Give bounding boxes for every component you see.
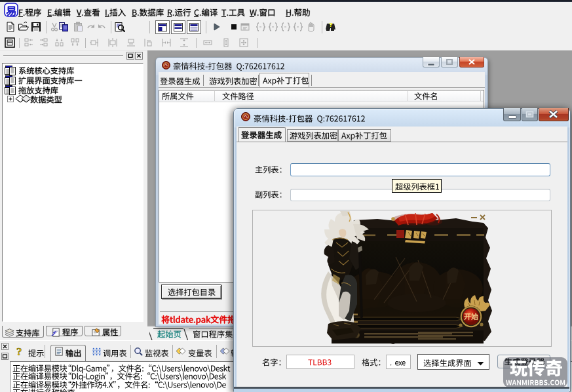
svg-text:?: ? [16, 346, 22, 357]
svg-text:?: ? [329, 22, 333, 28]
